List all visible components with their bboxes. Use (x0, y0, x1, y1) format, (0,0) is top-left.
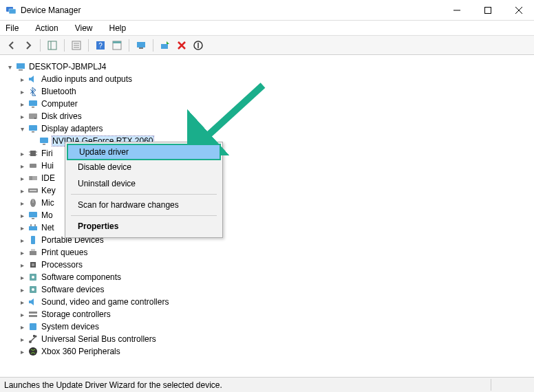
tree-category[interactable]: ▸Sound, video and game controllers (0, 296, 534, 308)
uninstall-button[interactable] (174, 38, 189, 53)
tree-category-label: Storage controllers (41, 309, 111, 319)
tree-root[interactable]: ▾DESKTOP-JBMPLJ4 (0, 61, 534, 73)
tree-category-label: System devices (41, 322, 99, 331)
expander-icon[interactable]: ▸ (18, 112, 26, 120)
tree-category[interactable]: ▸Computer (0, 98, 534, 110)
expander-icon[interactable]: ▸ (18, 261, 26, 269)
forward-button[interactable] (21, 38, 36, 53)
action-list-button[interactable] (109, 38, 125, 53)
expander-icon[interactable]: ▸ (18, 149, 26, 157)
maximize-button[interactable] (472, 0, 503, 21)
context-menu-item[interactable]: Update driver (67, 144, 221, 160)
svg-rect-22 (29, 100, 37, 106)
disable-button[interactable] (191, 38, 206, 53)
software-icon (28, 272, 39, 283)
expander-icon[interactable]: ▸ (18, 211, 26, 219)
chip-icon (28, 148, 39, 159)
expander-icon[interactable]: ▸ (18, 347, 26, 356)
toolbar: ? (0, 36, 534, 55)
expander-icon[interactable]: ▸ (18, 298, 26, 306)
context-menu: Update driverDisable deviceUninstall dev… (65, 142, 223, 238)
tree-category[interactable]: ▾Display adapters (0, 122, 534, 135)
expander-icon[interactable]: ▸ (18, 236, 26, 244)
close-button[interactable] (503, 0, 534, 21)
expander-icon[interactable]: ▸ (18, 224, 26, 232)
svg-rect-48 (31, 236, 35, 244)
tree-category[interactable]: ▸Bluetooth (0, 85, 534, 98)
svg-rect-27 (32, 131, 34, 133)
menu-view[interactable]: View (72, 22, 96, 34)
expander-icon[interactable]: ▸ (18, 323, 26, 331)
svg-rect-18 (161, 44, 168, 49)
svg-point-56 (32, 288, 34, 291)
printer-icon (28, 247, 39, 258)
svg-point-54 (32, 276, 34, 279)
svg-rect-20 (17, 63, 25, 69)
svg-rect-50 (31, 249, 35, 251)
tree-category[interactable]: ▸System devices (0, 320, 534, 333)
svg-rect-28 (40, 138, 48, 143)
expander-icon[interactable]: ▸ (18, 285, 26, 294)
tree-category[interactable]: ▸Xbox 360 Peripherals (0, 345, 534, 358)
svg-rect-59 (30, 323, 36, 330)
back-button[interactable] (4, 38, 19, 53)
expander-icon[interactable]: ▸ (18, 100, 26, 108)
tree-category[interactable]: ▸Disk drives (0, 110, 534, 122)
show-hide-tree-button[interactable] (45, 38, 60, 53)
titlebar: Device Manager (0, 0, 534, 21)
tree-category-label: Firi (41, 149, 53, 158)
status-text: Launches the Update Driver Wizard for th… (4, 380, 222, 390)
tree-category[interactable]: ▸Software devices (0, 283, 534, 296)
expander-icon[interactable]: ▸ (18, 87, 26, 96)
scan-hardware-button[interactable] (134, 38, 149, 53)
storage-icon (28, 309, 39, 320)
properties-button[interactable] (69, 38, 84, 53)
context-menu-item[interactable]: Uninstall device (67, 175, 221, 192)
expander-icon[interactable]: ▸ (18, 310, 26, 318)
context-menu-item[interactable]: Disable device (67, 159, 221, 175)
svg-rect-30 (30, 151, 36, 156)
tree-category[interactable]: ▸Software components (0, 271, 534, 283)
monitor-icon (28, 210, 39, 221)
monitor-icon (39, 135, 50, 146)
minimize-button[interactable] (441, 0, 472, 21)
portable-icon (28, 235, 39, 246)
context-menu-item[interactable]: Scan for hardware changes (67, 197, 221, 213)
context-menu-item[interactable]: Properties (67, 218, 221, 235)
app-icon (6, 5, 17, 16)
expander-icon[interactable]: ▸ (18, 335, 26, 343)
monitor-icon (28, 98, 39, 109)
mouse-icon (28, 197, 39, 208)
expander-icon[interactable]: ▸ (18, 186, 26, 195)
tree-category-label: Computer (41, 99, 78, 109)
tree-category-label: Key (41, 186, 56, 195)
menu-help[interactable]: Help (107, 22, 129, 34)
expander-icon[interactable]: ▾ (18, 124, 26, 133)
expander-icon[interactable]: ▸ (18, 162, 26, 170)
tree-category[interactable]: ▸Print queues (0, 246, 534, 259)
tree-category[interactable]: ▸Universal Serial Bus controllers (0, 333, 534, 345)
tree-category[interactable]: ▸Processors (0, 259, 534, 271)
tree-category[interactable]: ▸Storage controllers (0, 308, 534, 320)
menu-action[interactable]: Action (32, 22, 61, 34)
menu-file[interactable]: File (3, 22, 21, 34)
expander-icon[interactable]: ▸ (18, 248, 26, 257)
hid-icon (28, 160, 39, 171)
expander-icon[interactable]: ▸ (18, 75, 26, 83)
speaker-icon (28, 74, 39, 85)
svg-rect-15 (113, 41, 121, 43)
keyboard-icon (28, 185, 39, 196)
tree-category-label: Disk drives (41, 111, 82, 121)
svg-rect-63 (33, 335, 35, 337)
cpu-icon (28, 259, 39, 270)
svg-rect-58 (29, 315, 37, 317)
expander-icon[interactable]: ▸ (18, 174, 26, 182)
tree-category[interactable]: ▸Audio inputs and outputs (0, 73, 534, 85)
expander-icon[interactable]: ▸ (18, 199, 26, 207)
help-button[interactable]: ? (93, 38, 108, 53)
update-driver-button[interactable] (158, 38, 173, 53)
expander-icon[interactable]: ▸ (18, 273, 26, 281)
expander-icon[interactable]: ▾ (6, 63, 14, 71)
bluetooth-icon (28, 86, 39, 97)
menubar: File Action View Help (0, 21, 534, 36)
